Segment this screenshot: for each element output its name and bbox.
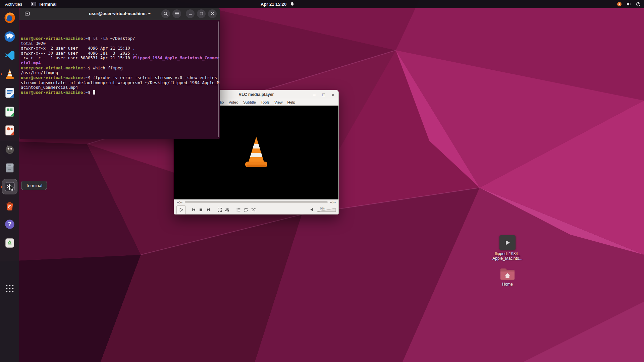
dock-item-thunderbird[interactable] [2,29,17,44]
system-status-area[interactable] [617,0,641,8]
video-file-label: flipped_1984_ Apple_Macinto... [492,251,522,261]
dock-item-ubuntu-software[interactable] [2,198,17,213]
terminal-scrollbar[interactable] [218,21,219,137]
new-tab-button[interactable] [23,9,32,18]
vlc-close-button[interactable]: × [331,92,335,98]
vlc-time-total: --:-- [330,200,336,204]
dock-item-libreoffice-impress[interactable] [2,123,17,138]
power-icon [636,2,641,6]
terminal-line: user@user-virtual-machine:~$ ls -la ~/De… [21,36,219,41]
impress-icon [4,125,15,136]
terminal-line: total 3020 [21,41,219,46]
dock-tooltip-label: Terminal [26,183,42,188]
close-button[interactable] [208,9,217,18]
volume-icon [626,2,632,6]
vlc-minimize-button[interactable]: – [312,92,316,97]
terminal-line: -rw-r--r-- 1 user user 3080531 Apr 21 15… [21,56,219,61]
vlc-menu-view[interactable]: View [272,99,285,105]
vlc-volume-value: 0% [320,206,325,210]
trash-icon [4,237,15,249]
firefox-icon [4,12,16,24]
vlc-time-elapsed: --:-- [177,200,182,204]
vlc-previous-button[interactable] [190,206,197,214]
running-indicator [1,73,2,75]
terminal-cursor [93,90,95,95]
home-folder-icon [500,267,515,281]
terminal-line: drwxr-xr-x 2 user user 4096 Apr 21 15:10… [21,46,219,51]
desktop-home-folder[interactable]: Home [491,267,524,287]
play-icon [504,239,511,246]
vlc-icon [4,68,15,80]
vlc-loop-button[interactable] [242,206,250,214]
vlc-menu-video[interactable]: Video [226,99,240,105]
minimize-button[interactable] [186,9,195,18]
search-button[interactable] [161,9,170,18]
top-bar: Activities Terminal Apr 21 15:20 [0,0,644,8]
vlc-playlist-button[interactable] [235,206,242,214]
dock-item-app-grid[interactable] [2,281,17,296]
vlc-extended-settings-button[interactable] [223,206,231,214]
clock-label: Apr 21 15:20 [261,2,286,7]
vlc-fullscreen-button[interactable] [216,206,223,214]
vlc-play-button[interactable] [176,205,186,214]
running-indicator [1,186,2,188]
terminal-line: stream_tags=rotate -of default=noprint_w… [21,80,219,85]
terminal-line: cial.mp4 [21,61,219,66]
vlc-random-button[interactable] [250,206,257,214]
terminal-line: user@user-virtual-machine:~$ [21,90,219,95]
dock-item-libreoffice-calc[interactable] [2,104,17,119]
terminal-window: user@user-virtual-machine: ~ [19,7,220,139]
help-icon: ? [4,219,15,230]
vlc-volume-slider[interactable]: 0% [317,207,336,212]
menu-button[interactable] [172,9,181,18]
files-icon [4,162,15,174]
dock-item-trash[interactable] [2,235,17,251]
maximize-button[interactable] [197,9,206,18]
dock-item-help[interactable]: ? [2,217,17,232]
gimp-icon [4,143,15,155]
video-file-icon [499,235,516,250]
vlc-menu-help[interactable]: Help [285,99,298,105]
terminal-line: /usr/bin/ffmpeg [21,70,219,75]
app-menu[interactable]: Terminal [31,1,56,7]
terminal-output: user@user-virtual-machine:~$ ls -la ~/De… [19,20,220,139]
app-grid-icon [5,284,14,293]
vlc-stop-button[interactable] [197,206,205,214]
thunderbird-icon [4,31,16,43]
app-menu-label: Terminal [39,2,56,7]
calc-icon [4,106,15,117]
dock-item-vlc[interactable] [2,66,17,82]
vlc-menu-subtitle[interactable]: Subtitle [241,99,258,105]
terminal-headerbar[interactable]: user@user-virtual-machine: ~ [19,7,220,20]
activities-button[interactable]: Activities [5,2,22,7]
ubuntu-software-icon [4,200,15,211]
vlc-menu-tools[interactable]: Tools [258,99,272,105]
app-terminal-icon [31,1,36,7]
terminal-line: acintosh_Commercial.mp4 [21,85,219,90]
vlc-maximize-button[interactable]: □ [322,92,326,97]
dock-item-libreoffice-writer[interactable] [2,85,17,101]
home-folder-label: Home [502,282,513,287]
desktop-file-video[interactable]: flipped_1984_ Apple_Macinto... [491,235,524,261]
dock-item-vscode[interactable] [2,48,17,63]
terminal-line: user@user-virtual-machine:~$ ffprobe -v … [21,75,219,80]
terminal-icon [4,181,16,193]
update-notifier-icon [617,2,622,7]
vscode-icon [4,50,15,61]
writer-icon [4,87,15,99]
notification-bell-icon [290,2,294,6]
svg-text:?: ? [8,221,11,228]
dock-item-terminal[interactable] [2,179,17,194]
dock-item-gimp[interactable] [2,141,17,157]
vlc-volume-icon [310,207,315,212]
vlc-next-button[interactable] [205,206,212,214]
vlc-cone-logo [240,135,272,170]
clock-menu[interactable]: Apr 21 15:20 [261,0,294,8]
dock-item-firefox[interactable] [2,10,17,25]
vlc-seek-slider[interactable] [185,201,328,203]
terminal-line: user@user-virtual-machine:~$ which ffmpe… [21,66,219,71]
vlc-controls: --:-- --:-- [174,199,338,215]
terminal-line: drwxr-x--- 30 user user 4096 Jul 3 2025 … [21,51,219,56]
dock-item-files[interactable] [2,160,17,176]
dock-tooltip: Terminal [21,181,47,190]
